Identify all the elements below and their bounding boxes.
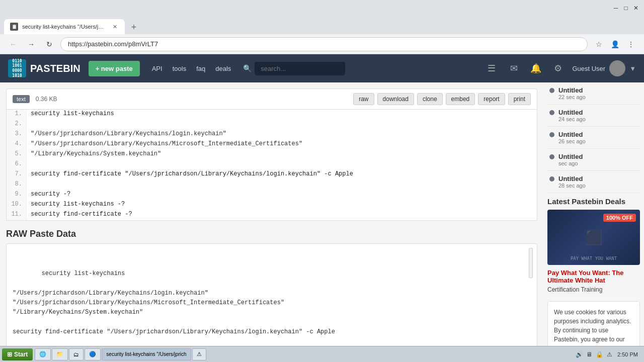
embed-button[interactable]: embed (446, 93, 475, 105)
settings-icon[interactable]: ⚙ (550, 60, 566, 76)
sidebar-item-3[interactable]: Untitled 26 sec ago (547, 127, 640, 149)
taskbar-item-folder[interactable]: 📁 (52, 348, 68, 360)
title-bar: ─ □ ✕ (0, 0, 644, 16)
close-button[interactable]: ✕ (632, 4, 640, 12)
tray-volume-icon[interactable]: 🖥 (585, 350, 593, 358)
taskbar-items: 🌐 📁 🗂 🔵 security list-keychains "/Users/… (35, 348, 206, 360)
sidebar-item-title-4: Untitled (558, 153, 638, 160)
user-info: Guest User ▼ (572, 60, 636, 76)
active-tab[interactable]: 📋 security list-keychains "/Users/jprich… (4, 19, 125, 34)
deals-link-title[interactable]: Pay What You Want: The Ultimate White Ha… (547, 269, 640, 284)
raw-title: RAW Paste Data (6, 229, 537, 239)
raw-section: RAW Paste Data security list-keychains "… (6, 229, 537, 354)
sidebar-item-title-1: Untitled (558, 86, 638, 94)
deals-image[interactable]: 100% OFF ⬛ PAY WHAT YOU WANT (547, 210, 640, 265)
taskbar-item-chrome[interactable]: 🔵 (85, 348, 101, 360)
address-input[interactable] (60, 37, 588, 51)
tray-network-icon[interactable]: 🔊 (575, 350, 583, 358)
sidebar-recent: Untitled 22 sec ago Untitled 24 sec ago … (543, 82, 644, 193)
minimize-button[interactable]: ─ (612, 4, 620, 12)
user-avatar[interactable] (609, 60, 625, 76)
sidebar-dot-5 (549, 176, 554, 182)
taskbar-active-label: security list-keychains "/Users/jprich (106, 351, 186, 357)
header-right: ☰ ✉ 🔔 ⚙ Guest User ▼ (484, 60, 636, 76)
deals-section: Latest Pastebin Deals 100% OFF ⬛ PAY WHA… (543, 193, 644, 297)
sidebar-item-5[interactable]: Untitled 28 sec ago (547, 171, 640, 193)
maximize-button[interactable]: □ (622, 4, 630, 12)
taskbar-item-explorer[interactable]: 🗂 (69, 348, 84, 360)
nav-faq[interactable]: faq (192, 63, 209, 74)
deals-badge: 100% OFF (603, 214, 636, 222)
tab-close-button[interactable]: ✕ (111, 23, 119, 31)
bell-icon[interactable]: 🔔 (528, 60, 544, 76)
address-bar: ← → ↻ ☆ 👤 ⋮ (0, 34, 644, 54)
sidebar-item-title-2: Untitled (558, 109, 638, 116)
code-line-5: 5. "/Library/Keychains/System.keychain" (7, 150, 537, 160)
download-button[interactable]: download (377, 93, 414, 105)
taskbar-item-warning[interactable]: ⚠ (192, 348, 206, 360)
search-icon: 🔍 (243, 64, 252, 72)
raw-content[interactable]: security list-keychains "/Users/jprichar… (6, 243, 537, 354)
profile-button[interactable]: 👤 (608, 37, 622, 51)
logo-text: PASTEBIN (30, 63, 80, 74)
clone-button[interactable]: clone (417, 93, 443, 105)
nav-deals[interactable]: deals (211, 63, 235, 74)
raw-button[interactable]: raw (353, 93, 374, 105)
deals-title: Latest Pastebin Deals (547, 197, 640, 206)
taskbar-item-ie[interactable]: 🌐 (35, 348, 51, 360)
paste-size: 0.36 KB (36, 96, 57, 103)
pastebin-logo[interactable]: 0110100100001010 PASTEBIN (8, 59, 80, 77)
sidebar-item-time-2: 24 sec ago (558, 116, 638, 122)
code-container: 1. security list-keychains 2. 3. "/Users… (6, 110, 537, 221)
user-dropdown-icon[interactable]: ▼ (629, 65, 636, 72)
sidebar-item-title-5: Untitled (558, 175, 638, 183)
scroll-indicator[interactable] (529, 248, 533, 278)
search-input[interactable] (255, 62, 345, 75)
code-line-2: 2. (7, 120, 537, 130)
start-button[interactable]: ⊞ Start (2, 348, 33, 360)
code-line-9: 9. security -? (7, 190, 537, 200)
main-content: text 0.36 KB raw download clone embed re… (0, 82, 644, 362)
new-tab-button[interactable]: + (127, 20, 141, 34)
tray-warning-icon[interactable]: ⚠ (605, 350, 613, 358)
sidebar-item-time-4: sec ago (558, 160, 638, 166)
forward-button[interactable]: → (24, 37, 38, 51)
sidebar-item-time-3: 26 sec ago (558, 138, 638, 144)
window-controls: ─ □ ✕ (612, 4, 640, 12)
sidebar-dot-4 (549, 154, 554, 159)
nav-api[interactable]: API (148, 63, 167, 74)
bookmark-button[interactable]: ☆ (592, 37, 606, 51)
paste-type-badge: text (13, 95, 30, 103)
code-line-11: 11. security find-certificate -? (7, 210, 537, 220)
taskbar-time: 2:50 PM (617, 351, 638, 357)
taskbar: ⊞ Start 🌐 📁 🗂 🔵 security list-keychains … (0, 346, 644, 362)
paste-info-bar: text 0.36 KB raw download clone embed re… (6, 88, 537, 110)
nav-tools[interactable]: tools (169, 63, 190, 74)
taskbar-item-active[interactable]: security list-keychains "/Users/jprich (102, 348, 191, 360)
back-button[interactable]: ← (6, 37, 20, 51)
report-button[interactable]: report (478, 93, 505, 105)
tray-security-icon[interactable]: 🔒 (595, 350, 603, 358)
start-label: Start (14, 351, 28, 358)
sidebar-dot-3 (549, 132, 554, 137)
deals-image-overlay: PAY WHAT YOU WANT (571, 256, 617, 261)
new-paste-label: + new paste (96, 65, 133, 72)
content-area: text 0.36 KB raw download clone embed re… (0, 82, 543, 362)
tab-favicon: 📋 (10, 23, 18, 31)
code-line-4: 4. "/Users/jprichardson/Library/Keychain… (7, 140, 537, 150)
deals-link-desc[interactable]: Certification Training (547, 286, 640, 293)
code-line-1: 1. security list-keychains (7, 110, 537, 120)
mail-icon[interactable]: ✉ (506, 60, 522, 76)
sidebar-item-title-3: Untitled (558, 131, 638, 138)
sidebar-item-2[interactable]: Untitled 24 sec ago (547, 105, 640, 127)
print-button[interactable]: print (508, 93, 531, 105)
search-container: 🔍 (243, 62, 345, 75)
sidebar-item-1[interactable]: Untitled 22 sec ago (547, 82, 640, 105)
sidebar-item-4[interactable]: Untitled sec ago (547, 149, 640, 171)
reload-button[interactable]: ↻ (42, 37, 56, 51)
tab-bar: 📋 security list-keychains "/Users/jprich… (0, 16, 644, 34)
list-icon[interactable]: ☰ (484, 60, 500, 76)
windows-icon: ⊞ (7, 351, 12, 358)
menu-button[interactable]: ⋮ (624, 37, 638, 51)
new-paste-button[interactable]: + new paste (89, 61, 140, 76)
